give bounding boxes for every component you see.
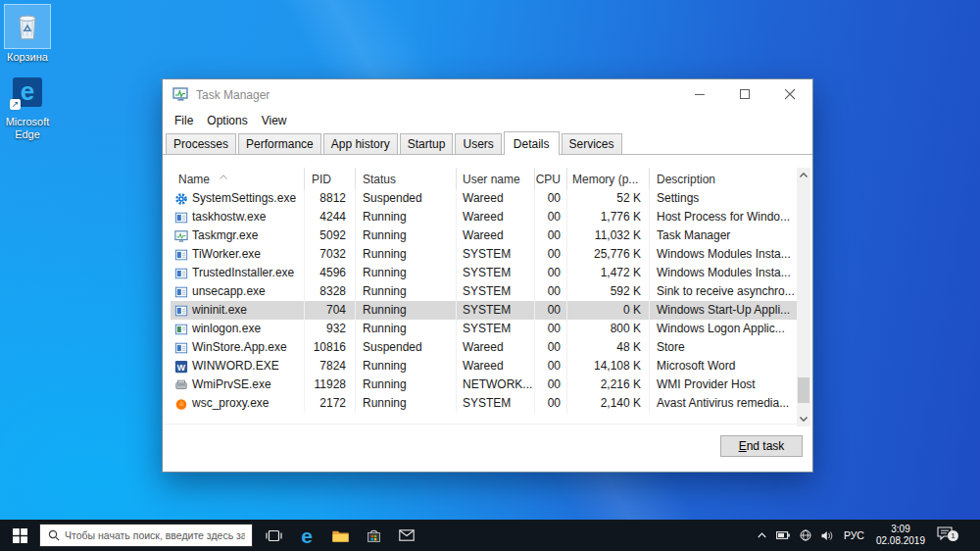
cell-c3: SYSTEM [457, 394, 535, 413]
minimize-button[interactable] [677, 79, 722, 110]
cell-c5: 2,216 K [567, 376, 650, 394]
language-indicator[interactable]: РУС [838, 529, 870, 541]
file-explorer-button[interactable] [323, 520, 357, 551]
cell-c3: Wareed [457, 208, 535, 226]
cell-c2: Running [356, 376, 457, 394]
tab-services[interactable]: Services [562, 133, 622, 154]
column-header-status[interactable]: Status [356, 168, 457, 189]
column-header-pid[interactable]: PID [305, 168, 356, 189]
cell-c2: Running [356, 357, 457, 376]
recycle-bin-icon [11, 7, 44, 46]
taskbar-search[interactable] [39, 524, 253, 547]
table-row[interactable]: wininit.exe704RunningSYSTEM000 KWindows … [171, 301, 797, 320]
table-row[interactable]: TiWorker.exe7032RunningSYSTEM0025,776 KW… [171, 245, 797, 264]
battery-icon[interactable] [771, 520, 795, 551]
close-button[interactable] [767, 79, 812, 110]
menu-file[interactable]: File [168, 112, 200, 129]
task-view-button[interactable] [257, 520, 290, 551]
table-row[interactable]: unsecapp.exe8328RunningSYSTEM00592 KSink… [171, 282, 797, 301]
clock-date: 02.08.2019 [876, 535, 925, 548]
desktop-icon-microsoft-edge[interactable]: e ↗ Microsoft Edge [0, 71, 55, 140]
cell-c5: 0 K [567, 301, 650, 320]
tab-users[interactable]: Users [455, 133, 501, 154]
menu-view[interactable]: View [255, 112, 294, 129]
process-list: SystemSettings.exe8812SuspendedWareed005… [171, 189, 797, 413]
applog-icon [174, 323, 188, 336]
tab-startup[interactable]: Startup [400, 133, 454, 154]
end-task-button[interactable]: End task [720, 435, 803, 457]
cell-c3: SYSTEM [457, 301, 535, 320]
menu-options[interactable]: Options [200, 112, 254, 129]
shortcut-arrow-icon: ↗ [10, 99, 21, 110]
column-header-name[interactable]: Name [171, 168, 305, 189]
cell-name: SystemSettings.exe [171, 189, 305, 208]
table-row[interactable]: wsc_proxy.exe2172RunningSYSTEM002,140 KA… [171, 394, 797, 413]
cell-c4: 00 [535, 376, 567, 394]
tab-performance[interactable]: Performance [238, 133, 321, 154]
title-bar[interactable]: Task Manager [163, 79, 812, 110]
process-name: TrustedInstaller.exe [192, 264, 294, 282]
window-title: Task Manager [196, 88, 270, 102]
volume-icon[interactable] [816, 520, 838, 551]
column-header-description[interactable]: Description [650, 168, 797, 189]
task-manager-window: Task Manager File Options View Processes… [162, 78, 813, 473]
table-row[interactable]: Taskmgr.exe5092RunningWareed0011,032 KTa… [171, 226, 797, 245]
cell-c5: 25,776 K [567, 245, 650, 264]
cell-c5: 11,032 K [567, 226, 650, 245]
cell-c1: 932 [305, 320, 356, 338]
cell-c4: 00 [535, 226, 567, 245]
vertical-scrollbar[interactable] [797, 168, 810, 426]
table-row[interactable]: SystemSettings.exe8812SuspendedWareed005… [171, 189, 797, 208]
mail-button[interactable] [390, 520, 423, 551]
cell-c2: Running [356, 282, 457, 301]
table-row[interactable]: winlogon.exe932RunningSYSTEM00800 KWindo… [171, 320, 797, 338]
table-row[interactable]: taskhostw.exe4244RunningWareed001,776 KH… [171, 208, 797, 226]
cell-c4: 00 [535, 320, 567, 338]
network-icon[interactable] [795, 520, 816, 551]
cell-c5: 14,108 K [567, 357, 650, 376]
action-center-button[interactable]: 1 [931, 526, 958, 544]
desktop-icon-label: Корзина [0, 51, 55, 64]
table-row[interactable]: TrustedInstaller.exe4596RunningSYSTEM001… [171, 264, 797, 282]
tray-expand-button[interactable] [753, 520, 771, 551]
cell-c6: Windows Modules Insta... [650, 264, 797, 282]
process-name: taskhostw.exe [192, 208, 266, 226]
cell-c6: Sink to receive asynchro... [650, 282, 797, 301]
table-row[interactable]: WWINWORD.EXE7824RunningWareed0014,108 KM… [171, 357, 797, 376]
app-icon [174, 285, 188, 299]
cell-c4: 00 [535, 189, 567, 208]
column-header-memory[interactable]: Memory (p... [567, 168, 650, 189]
tab-processes[interactable]: Processes [166, 133, 236, 154]
store-button[interactable] [357, 520, 390, 551]
tab-details[interactable]: Details [504, 131, 560, 155]
taskbar-clock[interactable]: 3:09 02.08.2019 [870, 524, 931, 548]
desktop-icon-recycle-bin[interactable]: Корзина [0, 4, 55, 64]
tab-app-history[interactable]: App history [323, 133, 398, 154]
desktop: Корзина e ↗ Microsoft Edge Task Manager [0, 0, 980, 551]
column-header-user-name[interactable]: User name [457, 168, 535, 189]
app-icon [174, 304, 188, 318]
cell-c5: 1,776 K [567, 208, 650, 226]
cell-c1: 5092 [305, 226, 356, 245]
process-name: WINWORD.EXE [192, 357, 279, 376]
cell-c1: 2172 [305, 394, 356, 413]
cell-c1: 7824 [305, 357, 356, 376]
scrollbar-thumb[interactable] [798, 377, 809, 403]
cell-c3: SYSTEM [457, 245, 535, 264]
maximize-button[interactable] [722, 79, 767, 110]
scroll-up-button[interactable] [797, 168, 810, 182]
cell-c1: 11928 [305, 376, 356, 394]
process-name: WmiPrvSE.exe [192, 376, 271, 394]
column-header-cpu[interactable]: CPU [535, 168, 567, 189]
table-row[interactable]: WinStore.App.exe10816SuspendedWareed0048… [171, 338, 797, 357]
cell-c4: 00 [535, 338, 567, 357]
table-row[interactable]: WmiPrvSE.exe11928RunningNETWORK...002,21… [171, 376, 797, 394]
cell-c1: 8328 [305, 282, 356, 301]
process-name: Taskmgr.exe [192, 226, 258, 245]
start-button[interactable] [0, 520, 39, 551]
selection-highlight [4, 4, 51, 49]
taskbar-edge-button[interactable]: e [290, 520, 323, 551]
notification-badge: 1 [948, 530, 958, 541]
cell-c5: 48 K [567, 338, 650, 357]
search-input[interactable] [65, 529, 245, 541]
